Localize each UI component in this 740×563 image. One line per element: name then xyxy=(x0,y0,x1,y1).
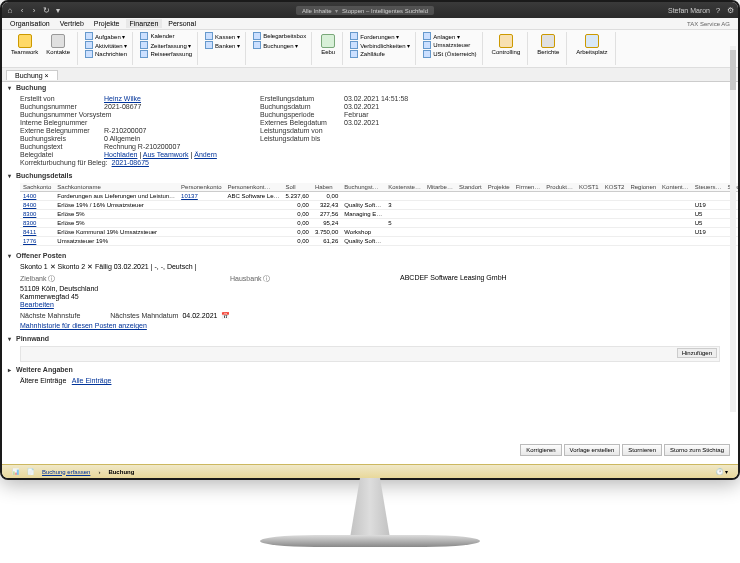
ribbon-kalender[interactable]: Kalender xyxy=(138,32,194,40)
vertical-scrollbar[interactable] xyxy=(730,46,736,412)
settings-icon[interactable]: ⚙ xyxy=(726,6,734,14)
link-bearbeiten[interactable]: Bearbeiten xyxy=(20,301,220,308)
menu-icon[interactable]: ▾ xyxy=(54,6,62,14)
menu-vertrieb[interactable]: Vertrieb xyxy=(56,19,88,28)
table-row[interactable]: 1400Forderungen aus Lieferungen und Leis… xyxy=(20,192,738,201)
table-cell: U19 xyxy=(692,201,725,210)
ribbon-reiseerfassung[interactable]: Reiseerfassung xyxy=(138,50,194,58)
col-header[interactable]: Sachkontoname xyxy=(54,183,178,192)
ribbon-zeiterfassung[interactable]: Zeiterfassung ▾ xyxy=(138,41,194,49)
menu-projekte[interactable]: Projekte xyxy=(90,19,124,28)
company-selector[interactable]: TAX Service AG xyxy=(683,21,734,27)
button-storno-stichtag[interactable]: Storno zum Stichtag xyxy=(664,444,730,456)
section-offener-posten[interactable]: ▾Offener Posten xyxy=(2,250,738,261)
section-weitere-angaben[interactable]: ▸Weitere Angaben xyxy=(2,364,738,375)
ribbon-belegarbeitsbox[interactable]: Belegarbeitsbox xyxy=(251,32,308,40)
ribbon-ust-oesterreich[interactable]: USt (Österreich) xyxy=(421,50,478,58)
col-header[interactable]: Firmen… xyxy=(513,183,544,192)
col-header[interactable]: Standort xyxy=(456,183,485,192)
table-row[interactable]: 8411Erlöse Kommunal 19% Umsatzsteuer0,00… xyxy=(20,228,738,237)
table-cell xyxy=(543,219,576,228)
table-row[interactable]: 1776Umsatzsteuer 19%0,0061,26Quality Sof… xyxy=(20,237,738,246)
col-header[interactable]: Produkt… xyxy=(543,183,576,192)
button-vorlage-erstellen[interactable]: Vorlage erstellen xyxy=(564,444,621,456)
ribbon-aufgaben[interactable]: Aufgaben ▾ xyxy=(83,32,129,40)
table-cell: 0,00 xyxy=(283,237,312,246)
table-cell xyxy=(341,192,385,201)
ribbon-kontakte[interactable]: Kontakte xyxy=(42,32,74,57)
section-buchung[interactable]: ▾Buchung xyxy=(2,82,738,93)
link-aus-teamwork[interactable]: Aus Teamwork xyxy=(143,151,189,158)
chart-icon[interactable]: 📊 xyxy=(8,468,23,475)
ribbon-banken[interactable]: Banken ▾ xyxy=(203,41,242,49)
help-icon[interactable]: ? xyxy=(714,6,722,14)
menu-finanzen[interactable]: Finanzen xyxy=(126,19,163,28)
col-header[interactable]: Steuers… xyxy=(692,183,725,192)
table-row[interactable]: 8400Erlöse 19% / 16% Umsatzsteuer0,00322… xyxy=(20,201,738,210)
forward-icon[interactable]: › xyxy=(30,6,38,14)
button-korrigieren[interactable]: Korrigieren xyxy=(520,444,561,456)
col-header[interactable]: Projekte xyxy=(485,183,513,192)
ribbon-teamwork[interactable]: Teamwork xyxy=(7,32,42,57)
calendar-icon[interactable]: 📅 xyxy=(221,312,230,320)
time-icon[interactable]: 🕐 ▾ xyxy=(712,468,732,475)
ribbon-aktivitaeten[interactable]: Aktivitäten ▾ xyxy=(83,41,129,49)
table-cell xyxy=(178,210,224,219)
global-search[interactable]: Alle Inhalte ▾ Stoppen – Intelligentes S… xyxy=(296,6,434,15)
ribbon-buchungen[interactable]: Buchungen ▾ xyxy=(251,41,308,49)
button-stornieren[interactable]: Stornieren xyxy=(622,444,662,456)
col-header[interactable]: Haben xyxy=(312,183,341,192)
link-aendern[interactable]: Ändern xyxy=(194,151,217,158)
col-header[interactable]: Regionen xyxy=(627,183,659,192)
tab-buchung[interactable]: Buchung × xyxy=(6,70,58,80)
cash-icon xyxy=(205,32,213,40)
link-alle-eintraege[interactable]: Alle Einträge xyxy=(72,377,112,384)
table-row[interactable]: 8300Erlöse 5%0,0095,245U55,00 xyxy=(20,219,738,228)
home-icon[interactable]: ⌂ xyxy=(6,6,14,14)
ribbon-kassen[interactable]: Kassen ▾ xyxy=(203,32,242,40)
back-icon[interactable]: ‹ xyxy=(18,6,26,14)
ribbon-controlling[interactable]: Controlling xyxy=(488,32,525,57)
ribbon-anlagen[interactable]: Anlagen ▾ xyxy=(421,32,478,40)
section-pinnwand[interactable]: ▾Pinnwand xyxy=(2,333,738,344)
ribbon-zahllaeufe[interactable]: Zahlläufe xyxy=(348,50,412,58)
col-header[interactable]: Personenkont… xyxy=(224,183,282,192)
ribbon-umsatzsteuer[interactable]: Umsatzsteuer xyxy=(421,41,478,49)
col-header[interactable]: Buchungst… xyxy=(341,183,385,192)
label-aeltere-eintraege: Ältere Einträge xyxy=(20,377,66,384)
col-header[interactable]: Mitarbe… xyxy=(424,183,456,192)
link-mahnhistorie[interactable]: Mahnhistorie für diesen Posten anzeigen xyxy=(20,322,720,329)
ribbon-nachrichten[interactable]: Nachrichten xyxy=(83,50,129,58)
col-header[interactable]: Kostenste… xyxy=(385,183,424,192)
col-header[interactable]: KOST2 xyxy=(602,183,628,192)
vat-icon xyxy=(423,41,431,49)
link-korrektur-ref[interactable]: 2021-08675 xyxy=(112,159,149,166)
col-header[interactable]: Kontent… xyxy=(659,183,692,192)
col-header[interactable]: Sachkonto xyxy=(20,183,54,192)
close-icon[interactable]: × xyxy=(45,72,49,79)
menu-organisation[interactable]: Organisation xyxy=(6,19,54,28)
menu-personal[interactable]: Personal xyxy=(164,19,200,28)
table-row[interactable]: 8300Erlöse 5%0,00277,56Managing E…U55,00 xyxy=(20,210,738,219)
table-cell xyxy=(659,210,692,219)
refresh-icon[interactable]: ↻ xyxy=(42,6,50,14)
table-cell: 3.750,00 xyxy=(312,228,341,237)
value-erstellt-von[interactable]: Heinz Wilke xyxy=(104,95,141,102)
chevron-down-icon: ▾ xyxy=(8,172,16,179)
status-buchung-erfassen[interactable]: Buchung erfassen xyxy=(38,469,94,475)
link-hochladen[interactable]: Hochladen xyxy=(104,151,137,158)
ribbon-verbindlichkeiten[interactable]: Verbindlichkeiten ▾ xyxy=(348,41,412,49)
value-externe-belegnummer: R-210200007 xyxy=(104,127,146,134)
ribbon-eebu[interactable]: Eebu xyxy=(317,32,339,57)
button-hinzufuegen[interactable]: Hinzufügen xyxy=(677,348,717,358)
ribbon-arbeitsplatz[interactable]: Arbeitsplatz xyxy=(572,32,611,57)
section-buchungsdetails[interactable]: ▾Buchungsdetails xyxy=(2,170,738,181)
col-header[interactable]: Personenkonto xyxy=(178,183,224,192)
col-header[interactable]: KOST1 xyxy=(576,183,602,192)
col-header[interactable]: Soll xyxy=(283,183,312,192)
pinnwand-input[interactable]: Hinzufügen xyxy=(20,346,720,362)
user-name[interactable]: Stefan Maron xyxy=(668,7,710,14)
scroll-thumb[interactable] xyxy=(730,50,736,90)
ribbon-berichte[interactable]: Berichte xyxy=(533,32,563,57)
ribbon-forderungen[interactable]: Forderungen ▾ xyxy=(348,32,412,40)
